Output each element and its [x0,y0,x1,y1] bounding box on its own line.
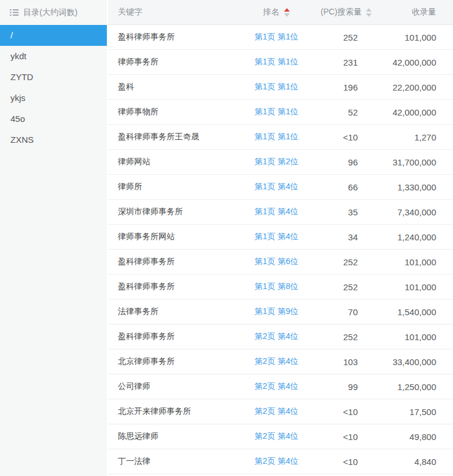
search-volume-cell: 52 [348,107,372,117]
sidebar-item-45o[interactable]: 45o [0,109,107,129]
column-header-search-volume[interactable]: (PC)搜索量 [321,7,372,17]
table-row: 丁一法律 第2页 第4位 <10 4,840 [108,449,453,474]
index-count-cell: 1,270 [414,132,453,142]
search-volume-cell: 252 [343,257,372,267]
rank-link[interactable]: 第2页 第4位 [254,381,298,392]
index-count-cell: 101,000 [405,257,453,267]
search-volume-cell: <10 [343,407,372,417]
rank-link[interactable]: 第1页 第9位 [254,306,298,317]
search-volume-cell: 99 [348,382,372,392]
sort-asc-icon [366,8,372,12]
search-volume-cell: 35 [348,207,372,217]
table-row: 北京律师事务所 第2页 第4位 103 33,400,000 [108,349,453,374]
keyword-cell: 公司律师 [108,381,233,392]
search-volume-cell: <10 [343,457,372,467]
keyword-cell: 盈科 [108,82,233,92]
table-row: 北京开来律师事务所 第2页 第4位 <10 17,500 [108,399,453,424]
table-row: 盈科 第1页 第1位 196 22,200,000 [108,75,453,100]
sort-desc-icon [284,13,290,17]
table-row: 盈科律师事务所 第1页 第8位 252 101,000 [108,275,453,300]
search-volume-cell: 252 [343,332,372,342]
index-count-cell: 101,000 [405,332,453,342]
keyword-cell: 律师事物所 [108,107,233,117]
search-volume-cell: 103 [343,357,372,367]
sidebar-item-zxns[interactable]: ZXNS [0,129,107,150]
list-icon [10,9,19,16]
index-count-cell: 4,840 [414,457,453,467]
rank-link[interactable]: 第1页 第4位 [254,207,298,217]
rank-link[interactable]: 第1页 第4位 [254,182,298,192]
search-volume-cell: 34 [348,232,372,242]
search-volume-cell: 66 [348,182,372,192]
index-count-cell: 49,800 [409,432,453,442]
keyword-cell: 盈科律师事务所王奇晟 [108,132,233,142]
directory-list: / ykdt ZYTD ykjs 45o ZXNS [0,25,107,150]
keyword-cell: 盈科律师事务所 [108,257,233,267]
sort-control-rank[interactable] [284,8,290,17]
column-header-rank[interactable]: 排名 [263,7,290,17]
table-row: 盈科律师事务所王奇晟 第1页 第1位 <10 1,270 [108,125,453,150]
search-volume-cell: 70 [348,307,372,317]
rank-link[interactable]: 第2页 第4位 [254,331,298,342]
index-count-cell: 1,330,000 [397,182,453,192]
table-row: 律师网站 第1页 第2位 96 31,700,000 [108,150,453,175]
rank-link[interactable]: 第2页 第4位 [254,406,298,417]
search-volume-cell: 252 [343,33,372,42]
rank-link[interactable]: 第1页 第2位 [254,157,298,167]
index-count-cell: 22,200,000 [393,82,453,92]
table-row: 律师事物所 第1页 第1位 52 42,000,000 [108,100,453,125]
rank-link[interactable]: 第1页 第1位 [254,82,298,92]
keyword-cell: 法律事务所 [108,306,233,317]
rank-link[interactable]: 第1页 第8位 [254,282,298,292]
index-count-cell: 31,700,000 [393,157,453,167]
rank-link[interactable]: 第1页 第1位 [254,132,298,142]
index-count-cell: 7,340,000 [397,207,453,217]
sort-desc-icon [366,13,372,17]
search-volume-cell: 231 [343,57,372,67]
rank-link[interactable]: 第1页 第6位 [254,257,298,267]
rank-link[interactable]: 第2页 第4位 [254,456,298,467]
search-volume-cell: 96 [348,157,372,167]
search-volume-cell: <10 [343,432,372,442]
table-row: 深圳市律师事务所 第1页 第4位 35 7,340,000 [108,200,453,225]
sidebar-title: 目录(大约词数) [23,8,77,18]
keyword-table: 关键字 排名 (PC)搜索量 收录量 盈科律师事务所 第1页 第1位 252 [108,0,453,474]
keyword-cell: 盈科律师事务所 [108,282,233,292]
table-row: 律师事务所网站 第1页 第4位 34 1,240,000 [108,225,453,250]
keyword-cell: 律师网站 [108,157,233,167]
index-count-cell: 42,000,000 [393,107,453,117]
table-row: 律师所 第1页 第4位 66 1,330,000 [108,175,453,200]
sidebar-item-ykdt[interactable]: ykdt [0,46,107,67]
index-count-cell: 1,240,000 [397,232,453,242]
table-row: 律师事务所 第1页 第1位 231 42,000,000 [108,50,453,75]
keyword-cell: 律师所 [108,182,233,192]
keyword-cell: 深圳市律师事务所 [108,207,233,217]
rank-link[interactable]: 第1页 第1位 [254,32,298,42]
index-count-cell: 101,000 [405,282,453,292]
rank-link[interactable]: 第1页 第1位 [254,57,298,67]
sidebar-item-ykjs[interactable]: ykjs [0,88,107,109]
index-count-cell: 42,000,000 [393,57,453,67]
rank-link[interactable]: 第2页 第4位 [254,431,298,442]
search-volume-cell: 252 [343,282,372,292]
column-header-rank-label: 排名 [263,7,279,17]
rank-link[interactable]: 第2页 第4位 [254,356,298,367]
keyword-cell: 丁一法律 [108,456,233,467]
table-row: 公司律师 第2页 第4位 99 1,250,000 [108,374,453,399]
keyword-cell: 律师事务所网站 [108,232,233,242]
column-header-keyword: 关键字 [108,7,233,17]
sidebar-item-root[interactable]: / [0,25,107,46]
rank-link[interactable]: 第1页 第4位 [254,232,298,242]
rank-link[interactable]: 第1页 第1位 [254,107,298,117]
sort-control-search-volume[interactable] [366,8,372,17]
directory-sidebar: 目录(大约词数) / ykdt ZYTD ykjs 45o ZXNS [0,0,107,476]
table-row: 盈科律师事务所 第2页 第4位 252 101,000 [108,324,453,349]
keyword-cell: 陈思远律师 [108,431,233,442]
index-count-cell: 1,540,000 [397,307,453,317]
sort-asc-icon [284,8,290,12]
sidebar-item-zytd[interactable]: ZYTD [0,67,107,88]
column-header-search-volume-label: (PC)搜索量 [321,7,362,17]
keyword-cell: 律师事务所 [108,57,233,67]
sidebar-header: 目录(大约词数) [0,0,107,25]
keyword-cell: 盈科律师事务所 [108,331,233,342]
